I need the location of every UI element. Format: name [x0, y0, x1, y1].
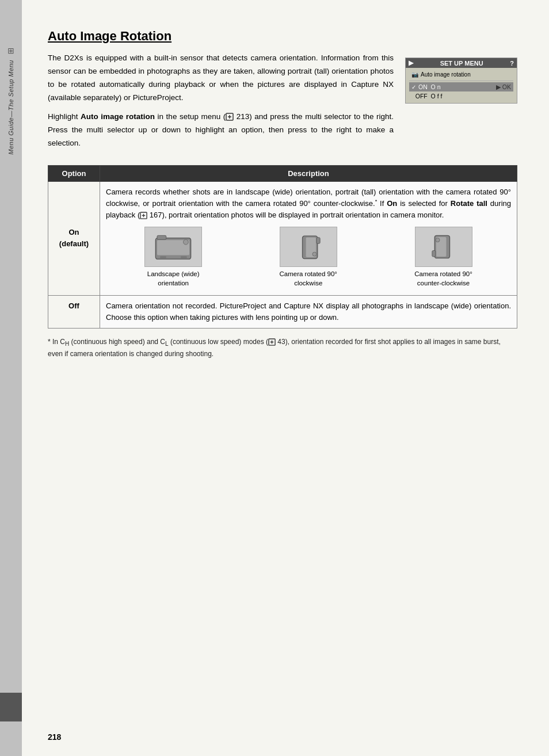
option-on: On(default) — [48, 181, 100, 295]
menu-off-label: OFF O f f — [415, 93, 443, 100]
camera-img-90cw — [280, 227, 337, 267]
col-option: Option — [48, 165, 100, 181]
sidebar: ⊞ Menu Guide—The Setup Menu — [0, 0, 22, 756]
menu-play-icon: ▶ — [409, 59, 413, 67]
sidebar-tab — [0, 693, 22, 721]
menu-on-label: ON O n — [418, 83, 441, 90]
col-description: Description — [100, 165, 517, 181]
menu-item-label: Auto image rotation — [421, 71, 471, 78]
camera-90cw: Camera rotated 90°clockwise — [279, 227, 337, 288]
page-title: Auto Image Rotation — [48, 29, 517, 44]
sidebar-label: Menu Guide—The Setup Menu — [7, 60, 14, 155]
camera-90ccw: Camera rotated 90°counter-clockwise — [414, 227, 472, 288]
menu-icon: ⊞ — [7, 46, 14, 55]
menu-question: ? — [510, 60, 514, 67]
menu-row-on: ✓ ON O n ▶ OK — [409, 82, 513, 91]
menu-body: 📷 Auto image rotation ✓ ON O n ▶ OK OFF … — [406, 68, 517, 103]
svg-rect-9 — [157, 236, 166, 240]
menu-header: ▶ SET UP MENU ? — [406, 58, 517, 68]
desc-on-text: Camera records whether shots are in land… — [106, 186, 511, 222]
camera-img-90ccw — [415, 227, 472, 267]
menu-screenshot: ▶ SET UP MENU ? 📷 Auto image rotation ✓ … — [405, 58, 517, 104]
camera-label-90ccw: Camera rotated 90°counter-clockwise — [414, 269, 472, 288]
menu-title: SET UP MENU — [440, 60, 483, 67]
svg-rect-11 — [181, 257, 187, 259]
intro-section: The D2Xs is equipped with a built-in sen… — [48, 52, 517, 156]
svg-rect-10 — [160, 257, 166, 259]
camera-images: Landscape (wide)orientation — [106, 227, 511, 288]
desc-off: Camera orientation not recorded. Picture… — [100, 295, 517, 328]
option-off: Off — [48, 295, 100, 328]
options-table: Option Description On(default) Camera re… — [48, 165, 517, 329]
camera-label-90cw: Camera rotated 90°clockwise — [279, 269, 337, 288]
page-number: 218 — [48, 732, 61, 742]
intro-para-1: The D2Xs is equipped with a built-in sen… — [48, 52, 394, 105]
desc-on: Camera records whether shots are in land… — [100, 181, 517, 295]
camera-landscape: Landscape (wide)orientation — [144, 227, 202, 288]
camera-label-landscape: Landscape (wide)orientation — [147, 269, 200, 288]
svg-rect-15 — [317, 238, 320, 244]
svg-point-14 — [312, 253, 317, 257]
camera-img-landscape — [144, 227, 202, 267]
menu-ok: ▶ OK — [496, 83, 511, 90]
intro-text: The D2Xs is equipped with a built-in sen… — [48, 52, 394, 156]
empty-check — [411, 93, 413, 100]
footnote: * In CH (continuous high speed) and CL (… — [48, 337, 517, 360]
menu-camera-icon: 📷 — [411, 71, 418, 78]
table-row-on: On(default) Camera records whether shots… — [48, 181, 517, 295]
main-content: Auto Image Rotation The D2Xs is equipped… — [22, 0, 549, 756]
svg-point-8 — [184, 240, 189, 245]
table-row-off: Off Camera orientation not recorded. Pic… — [48, 295, 517, 328]
svg-point-18 — [436, 238, 440, 242]
menu-row-off: OFF O f f — [409, 91, 513, 101]
svg-rect-19 — [432, 251, 435, 257]
table-header-row: Option Description — [48, 165, 517, 181]
intro-para-2: Highlight Auto image rotation in the set… — [48, 110, 394, 150]
checkmark-icon: ✓ — [411, 84, 416, 90]
